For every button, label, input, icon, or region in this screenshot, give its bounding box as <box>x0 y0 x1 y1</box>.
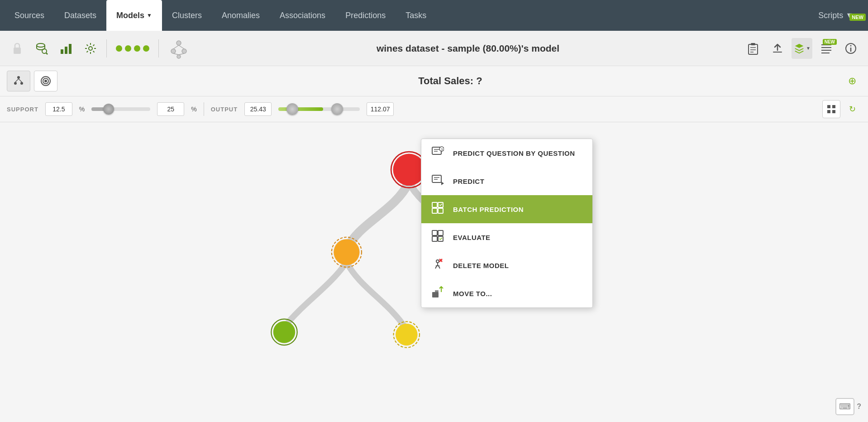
svg-rect-56 <box>438 208 443 213</box>
database-search-icon[interactable] <box>31 38 52 59</box>
svg-line-12 <box>173 45 179 49</box>
tree-view-btn[interactable] <box>7 71 30 91</box>
svg-point-7 <box>89 47 92 50</box>
main-toolbar: wines dataset - sample (80.00%)'s model … <box>0 31 868 66</box>
support-slider-pct: % <box>191 106 196 113</box>
support-label: SUPPORT <box>7 106 38 113</box>
tree-node-root[interactable] <box>393 154 425 186</box>
svg-point-10 <box>182 49 186 53</box>
grid-view-btn[interactable] <box>822 100 840 118</box>
svg-rect-0 <box>14 48 21 54</box>
nav-associations[interactable]: Associations <box>270 0 335 31</box>
target-view-btn[interactable] <box>34 71 57 91</box>
svg-point-11 <box>177 55 181 58</box>
slider-separator <box>204 102 204 116</box>
model-network-icon <box>168 38 190 59</box>
nav-predictions[interactable]: Predictions <box>335 0 396 31</box>
keyboard-question: ? <box>857 403 861 411</box>
nav-models[interactable]: Models ▼ <box>106 0 162 31</box>
menu-evaluate[interactable]: EVALUATE <box>421 223 592 251</box>
sliders-area: SUPPORT % % OUTPUT ↻ <box>0 96 868 122</box>
menu-predict-question[interactable]: ? PREDICT QUESTION BY QUESTION <box>421 139 592 167</box>
tree-node-ll[interactable] <box>273 321 296 343</box>
top-navigation: Sources Datasets Models ▼ Clusters Anoma… <box>0 0 868 31</box>
output-slider-track[interactable] <box>278 107 360 111</box>
toolbar-right-actions: ▼ NEW <box>743 38 861 59</box>
list-icon[interactable]: NEW <box>816 38 837 59</box>
content-area: Total Sales: ? ⊕ SUPPORT % % OUTPUT ↻ <box>0 66 868 422</box>
nav-tasks[interactable]: Tasks <box>396 0 436 31</box>
lock-icon <box>7 38 28 59</box>
expand-icon[interactable]: ⊕ <box>843 72 861 90</box>
status-dots <box>116 45 149 52</box>
toolbar-sep-2 <box>158 39 159 58</box>
upload-icon[interactable] <box>767 38 788 59</box>
svg-rect-37 <box>832 105 835 108</box>
tree-node-left[interactable] <box>334 239 359 265</box>
svg-rect-50 <box>432 175 441 182</box>
refresh-btn[interactable]: ↻ <box>843 100 861 118</box>
svg-line-3 <box>46 53 48 54</box>
keyboard-shortcut-area: ⌨ ? <box>835 398 861 415</box>
support-pct-label: % <box>79 106 85 113</box>
action-dropdown-menu: ? PREDICT QUESTION BY QUESTION PREDICT B… <box>421 139 593 308</box>
svg-point-8 <box>176 41 181 45</box>
slider-right-controls: ↻ <box>822 100 861 118</box>
tree-node-lr[interactable] <box>396 324 418 346</box>
action-dropdown-arrow: ▼ <box>806 46 811 51</box>
evaluate-icon <box>430 230 445 245</box>
svg-line-15 <box>179 53 184 55</box>
svg-point-9 <box>171 49 176 53</box>
svg-rect-36 <box>827 105 830 108</box>
output-slider-right-thumb[interactable] <box>331 103 343 115</box>
output-label: OUTPUT <box>211 106 238 113</box>
menu-batch-prediction[interactable]: BATCH PREDICTION <box>421 195 592 223</box>
svg-rect-55 <box>432 208 437 213</box>
output-max-input[interactable] <box>367 102 394 116</box>
info-icon[interactable] <box>840 38 861 59</box>
prediction-label: Total Sales: ? <box>61 75 839 87</box>
svg-point-27 <box>850 45 852 46</box>
dot-2 <box>125 45 131 52</box>
support-slider-track[interactable] <box>91 107 150 111</box>
action-dropdown-btn[interactable]: ▼ <box>792 38 812 59</box>
menu-predict[interactable]: PREDICT <box>421 167 592 195</box>
toolbar-sep-1 <box>106 39 107 58</box>
svg-text:?: ? <box>441 148 443 152</box>
nav-scripts[interactable]: Scripts ▼ NEW <box>808 11 863 20</box>
dot-1 <box>116 45 122 52</box>
scripts-new-badge: NEW <box>849 14 866 21</box>
svg-point-29 <box>14 82 17 85</box>
support-slider-value-input[interactable] <box>157 102 184 116</box>
keyboard-icon[interactable]: ⌨ <box>835 398 854 415</box>
svg-line-65 <box>439 266 440 269</box>
svg-point-28 <box>17 76 20 79</box>
nav-sources[interactable]: Sources <box>5 0 54 31</box>
batch-prediction-icon <box>430 201 445 217</box>
output-min-input[interactable] <box>244 102 272 116</box>
svg-rect-16 <box>749 44 758 54</box>
svg-point-2 <box>42 49 47 53</box>
svg-rect-68 <box>432 292 439 297</box>
nav-clusters[interactable]: Clusters <box>162 0 212 31</box>
svg-rect-6 <box>69 44 72 54</box>
output-slider-left-thumb[interactable] <box>286 103 298 115</box>
menu-move-to[interactable]: MOVE TO... <box>421 279 592 307</box>
output-slider-fill <box>278 107 323 111</box>
support-slider-thumb[interactable] <box>103 104 114 115</box>
chart-icon[interactable] <box>56 38 76 59</box>
svg-line-32 <box>19 79 22 82</box>
nav-anomalies[interactable]: Anomalies <box>212 0 270 31</box>
predict-icon <box>430 173 445 189</box>
menu-delete-model[interactable]: DELETE MODEL <box>421 251 592 279</box>
view-controls: Total Sales: ? ⊕ <box>0 66 868 96</box>
delete-model-icon <box>430 258 445 273</box>
nav-datasets[interactable]: Datasets <box>54 0 106 31</box>
svg-line-64 <box>435 266 437 269</box>
settings-icon[interactable] <box>80 38 101 59</box>
svg-rect-5 <box>65 47 67 54</box>
clipboard-icon[interactable] <box>743 38 763 59</box>
svg-point-35 <box>44 80 47 82</box>
support-value-input[interactable] <box>45 102 72 116</box>
svg-line-31 <box>15 79 19 82</box>
